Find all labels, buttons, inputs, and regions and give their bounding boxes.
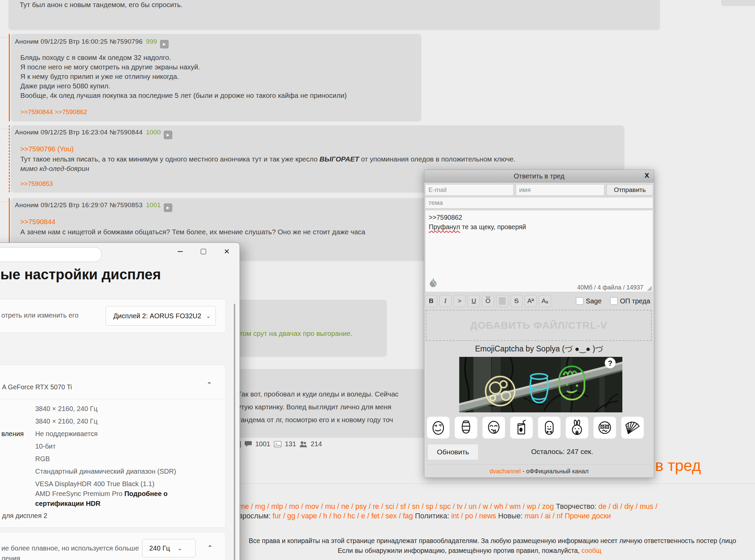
op-checkbox[interactable] — [610, 297, 618, 305]
play-button-icon[interactable]: ▶ — [164, 203, 172, 212]
stats-posters-count: 214 — [311, 440, 322, 448]
post-marker-dots: ···· — [1, 35, 9, 40]
close-icon: ✕ — [224, 247, 230, 256]
hdr-cert-link-line2[interactable]: сертификации HDR — [35, 500, 101, 507]
board-link-group[interactable]: fur / gg / vape / h / ho / hc / e / fet … — [273, 512, 413, 520]
popup-close-icon[interactable]: X — [645, 172, 649, 179]
own-post-border — [9, 34, 10, 121]
board-link-group[interactable]: / me / mg / mlp / mo / mov / mu / ne / p… — [235, 502, 554, 511]
post-header-text: Аноним 09/12/25 Втр 16:23:04 №7590844 — [15, 129, 142, 136]
italic-button[interactable]: I — [439, 295, 451, 307]
board-link-group[interactable]: man / ai / nf — [525, 512, 563, 520]
images-icon — [273, 440, 282, 448]
spoiler-button[interactable] — [496, 295, 508, 307]
sage-label: Sage — [586, 297, 602, 305]
board-category-label: Новые: — [496, 512, 525, 520]
collapse-chevron-icon[interactable]: ⌃ — [207, 544, 213, 552]
post-count: 1000 — [146, 129, 161, 136]
post-reply-links[interactable]: >>7590853 — [20, 180, 53, 187]
captcha-help-icon[interactable]: ? — [605, 358, 616, 368]
resize-grip-icon[interactable] — [645, 284, 652, 291]
post-marker-dots: ···· — [1, 199, 9, 204]
captcha-option-figure-with-bow-tie[interactable] — [538, 417, 560, 438]
collapse-chevron-icon[interactable]: ⌃ — [206, 381, 212, 389]
post-header-text: Аноним 09/12/25 Втр 16:00:25 №7590796 — [15, 38, 142, 45]
board-link-group[interactable]: Прочие доски — [563, 512, 611, 520]
captcha-option-smirking-face[interactable] — [427, 417, 449, 438]
thread-stats: | 1001 131 214 — [240, 440, 322, 448]
settings-scrollbar[interactable] — [234, 304, 235, 560]
post-count: 1001 — [146, 201, 161, 208]
info-label: вления — [0, 430, 24, 438]
screen: что были разрывы кадра, в то время как п… — [0, 0, 755, 560]
captcha-option-vase[interactable] — [455, 417, 477, 438]
subject-field[interactable] — [425, 197, 653, 208]
post-reply-links[interactable]: >>7590844 >>7590862 — [20, 108, 87, 116]
comment-textarea[interactable]: >>7590862 Пруфанул те за щеку, проверяй … — [425, 210, 653, 292]
minimize-button[interactable] — [172, 245, 188, 258]
strikethrough-button[interactable]: S — [510, 295, 523, 307]
quote-link[interactable]: >>7590796 (You) — [20, 145, 74, 153]
board-links-line1: / me / mg / mlp / mo / mov / mu / ne / p… — [235, 502, 657, 511]
post-text: тандема от лг, посмотрю его и к новому г… — [238, 416, 393, 424]
post-text: Даже ради него 5080 купил. — [20, 82, 110, 90]
reply-to-you-border — [9, 125, 10, 192]
board-category-label: Творчество: — [554, 502, 599, 511]
captcha-refresh-button[interactable]: Обновить — [427, 444, 478, 460]
close-button[interactable]: ✕ — [219, 245, 234, 258]
play-button-icon[interactable]: ▶ — [164, 131, 172, 139]
board-link-group[interactable]: de / di / diy / mus / — [598, 502, 657, 511]
maximize-button[interactable] — [196, 245, 211, 258]
dvachannel-link[interactable]: dvachannel — [490, 468, 521, 475]
reply-to-thread-link[interactable]: в тред — [655, 456, 701, 475]
refresh-rate-desc2: ления — [1, 555, 20, 560]
settings-search-input[interactable] — [0, 247, 102, 262]
dvach-logo-icon — [428, 277, 438, 287]
captcha-option-clown-mask[interactable] — [594, 417, 616, 438]
info-value: Стандартный динамический диапазон (SDR) — [35, 467, 176, 475]
captcha-option-drooling-face[interactable] — [483, 417, 505, 438]
board-category-label: Политика: — [413, 512, 451, 520]
board-category-label: Взрослым: — [234, 512, 273, 520]
email-field[interactable] — [425, 184, 514, 196]
captcha-option-juice-box[interactable] — [510, 417, 533, 438]
captcha-timer: Осталось: 247 сек. — [492, 447, 632, 456]
refresh-rate-dropdown[interactable]: 240 Гц ⌄ — [142, 539, 196, 557]
reply-popup-title: Ответить в тред — [514, 172, 565, 180]
post-count: 999 — [146, 38, 157, 45]
post-text-bold: ВЫГОРАЕТ — [320, 155, 359, 163]
hdr-cert-link[interactable]: Подробнее о — [124, 490, 167, 497]
info-value: VESA DisplayHDR 400 True Black (1.1) — [35, 480, 154, 488]
post-text-span: Тут такое нельзя писать, а то как миниму… — [20, 155, 320, 163]
name-field[interactable] — [516, 184, 605, 196]
quote-button[interactable]: > — [453, 295, 466, 307]
subscript-button[interactable]: Aₐ — [539, 295, 551, 307]
underline-button[interactable]: U — [468, 295, 480, 307]
overline-button[interactable]: O — [482, 295, 494, 307]
report-link[interactable]: сообщ — [581, 547, 601, 554]
captcha-title: EmojiCaptcha by Soplya (づ ●‿● )づ — [424, 344, 654, 354]
play-button-icon[interactable]: ▶ — [160, 40, 168, 48]
copyright-line1: Все права и копирайты на этой странице п… — [249, 537, 736, 545]
quote-link[interactable]: >>7590844 — [20, 218, 56, 226]
info-value: Не поддерживается — [35, 430, 98, 438]
board-link-group[interactable]: int / po / news — [451, 512, 496, 520]
reply-popup-titlebar[interactable]: Ответить в тред X — [424, 170, 654, 182]
submit-button[interactable]: Отправить — [607, 184, 653, 196]
post-signature: мимо кд-олед-боярин — [20, 164, 89, 173]
add-file-dropzone[interactable]: ДОБАВИТЬ ФАЙЛ/CTRL-V — [426, 310, 652, 341]
post-text: Я после него не могу смотреть на другие … — [20, 63, 200, 71]
post-text: Тут такое нельзя писать, а то как миниму… — [20, 155, 515, 163]
display-select-dropdown[interactable]: Дисплей 2: AORUS FO32U2 ⌄ — [106, 306, 216, 326]
gpu-name: A GeForce RTX 5070 Ti — [2, 383, 72, 391]
popup-footer-divider — [427, 464, 651, 464]
sage-checkbox[interactable] — [576, 297, 584, 305]
captcha-image[interactable]: ? — [459, 357, 623, 413]
adapter-properties-link[interactable]: для дисплея 2 — [2, 512, 47, 520]
captcha-option-accordion[interactable] — [621, 417, 644, 438]
captcha-option-rabbit-face[interactable] — [566, 417, 588, 438]
bold-button[interactable]: B — [425, 295, 437, 307]
chevron-down-icon: ⌄ — [206, 313, 211, 320]
display-select-value: Дисплей 2: AORUS FO32U2 — [114, 312, 201, 320]
superscript-button[interactable]: Aª — [525, 295, 537, 307]
